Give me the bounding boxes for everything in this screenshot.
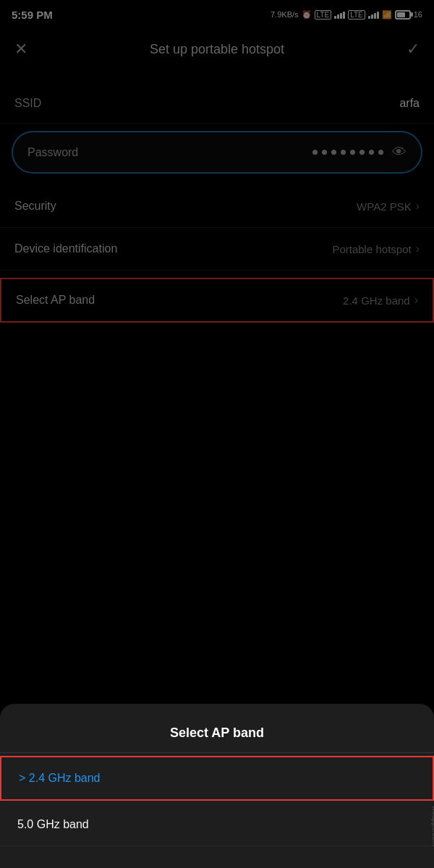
page-title: Set up portable hotspot: [150, 42, 284, 57]
battery-level: 16: [414, 10, 422, 19]
status-icons: 7.9KB/s ⏰ LTE LTE 📶 16: [271, 10, 422, 20]
confirm-button[interactable]: ✓: [407, 40, 420, 59]
security-chevron-icon: ›: [416, 200, 420, 213]
band-option-2-4ghz-label: > 2.4 GHz band: [19, 772, 101, 784]
dot-5: [350, 150, 355, 155]
dot-7: [369, 150, 374, 155]
wifi-icon: 📶: [382, 10, 392, 20]
toggle-password-icon[interactable]: 👁: [392, 144, 407, 161]
main-content: SSID arfa Password 👁 Security WPA2 PSK ›: [0, 69, 434, 337]
password-field[interactable]: Password 👁: [12, 131, 422, 174]
ssid-label: SSID: [14, 97, 41, 110]
dot-2: [322, 150, 327, 155]
dot-8: [378, 150, 383, 155]
password-label: Password: [27, 146, 78, 159]
lte-icon-2: LTE: [348, 10, 365, 20]
band-option-5ghz[interactable]: 5.0 GHz band: [0, 804, 434, 846]
security-label: Security: [14, 200, 56, 213]
dot-4: [341, 150, 346, 155]
ap-band-row[interactable]: Select AP band 2.4 GHz band ›: [0, 278, 434, 323]
status-bar: 5:59 PM 7.9KB/s ⏰ LTE LTE 📶 16: [0, 0, 434, 29]
device-id-label: Device identification: [14, 242, 117, 255]
device-id-row[interactable]: Device identification Portable hotspot ›: [0, 228, 434, 271]
status-time: 5:59 PM: [12, 9, 53, 21]
band-option-2-4ghz[interactable]: > 2.4 GHz band: [0, 756, 434, 801]
watermark: w5apps.com: [431, 806, 434, 846]
password-dots: [312, 150, 383, 155]
bottom-sheet-title: Select AP band: [0, 718, 434, 753]
network-speed: 7.9KB/s: [271, 10, 299, 19]
dot-1: [312, 150, 318, 155]
close-button[interactable]: ✕: [14, 40, 27, 59]
security-value-group: WPA2 PSK ›: [357, 200, 420, 213]
security-value: WPA2 PSK: [357, 200, 412, 213]
signal-bars-2: [368, 10, 379, 19]
security-row[interactable]: Security WPA2 PSK ›: [0, 185, 434, 228]
band-option-5ghz-label: 5.0 GHz band: [17, 818, 89, 830]
lte-icon: LTE: [315, 10, 332, 20]
ap-band-label: Select AP band: [16, 294, 95, 307]
bottom-sheet: Select AP band > 2.4 GHz band 5.0 GHz ba…: [0, 704, 434, 868]
device-id-value: Portable hotspot: [332, 243, 411, 255]
device-id-chevron-icon: ›: [416, 242, 420, 255]
ssid-row: SSID arfa: [0, 84, 434, 124]
ssid-value: arfa: [399, 97, 420, 110]
title-bar: ✕ Set up portable hotspot ✓: [0, 29, 434, 69]
clock-icon: ⏰: [302, 10, 312, 20]
ap-band-value-group: 2.4 GHz band ›: [343, 294, 418, 307]
dot-3: [331, 150, 336, 155]
ap-band-value: 2.4 GHz band: [343, 294, 410, 307]
ap-band-chevron-icon: ›: [414, 294, 418, 307]
device-id-value-group: Portable hotspot ›: [332, 242, 420, 255]
dot-6: [359, 150, 365, 155]
battery-icon: [395, 10, 411, 20]
signal-bars-1: [334, 10, 345, 19]
